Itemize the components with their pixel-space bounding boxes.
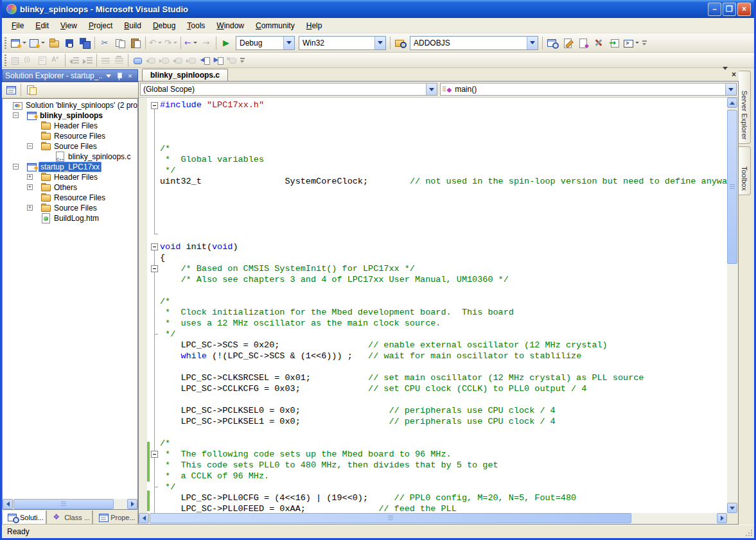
dock-tab-class[interactable]: Class ... <box>46 510 92 525</box>
solution-platforms-combo[interactable]: Win32 <box>299 36 386 50</box>
solution-configurations-combo[interactable]: Debug <box>236 36 295 50</box>
active-files-dropdown-icon[interactable] <box>723 70 728 79</box>
tree-item-solution-blinky-spinloops-2-projects[interactable]: Solution 'blinky_spinloops' (2 projects) <box>3 100 137 110</box>
editor-hscrollbar[interactable] <box>139 513 727 524</box>
maximize-button[interactable]: ❐ <box>723 3 736 16</box>
scroll-down-icon[interactable] <box>727 503 737 513</box>
menu-help[interactable]: Help <box>301 19 328 32</box>
chevron-down-icon[interactable] <box>426 83 437 95</box>
window-position-icon[interactable] <box>103 71 113 81</box>
editor-vscrollbar[interactable] <box>727 98 738 513</box>
tree-item-blinky-spinloops-c[interactable]: blinky_spinloops.c <box>3 152 137 162</box>
chevron-down-icon[interactable] <box>635 42 639 44</box>
tree-item-source-files[interactable]: +Source Files <box>3 203 137 213</box>
tree-item-blinky-spinloops[interactable]: −blinky_spinloops <box>3 110 137 121</box>
auto-hide-pin-icon[interactable] <box>114 71 124 81</box>
tree-item-source-files[interactable]: −Source Files <box>3 141 137 152</box>
tree-item-resource-files[interactable]: Resource Files <box>3 131 137 141</box>
scroll-left-icon[interactable] <box>139 513 149 523</box>
collapse-region-icon[interactable] <box>151 102 158 109</box>
command-window-icon[interactable] <box>622 35 640 51</box>
menu-view[interactable]: View <box>55 19 83 32</box>
paste-icon[interactable] <box>128 35 143 51</box>
cut-icon[interactable]: ✂ <box>97 35 112 51</box>
menu-community[interactable]: Community <box>250 19 301 32</box>
find-in-files-icon[interactable] <box>392 35 408 51</box>
tree-item-header-files[interactable]: Header Files <box>3 121 137 131</box>
expand-icon[interactable]: + <box>27 174 33 180</box>
object-browser-icon[interactable] <box>576 35 591 51</box>
chevron-down-icon[interactable] <box>41 42 45 44</box>
collapse-icon[interactable]: − <box>13 164 19 170</box>
menu-edit[interactable]: Edit <box>30 19 55 32</box>
autohide-tab-server-explorer[interactable]: Server Explorer <box>739 71 751 144</box>
members-combo[interactable]: ◆ main() <box>440 83 737 96</box>
types-combo[interactable]: (Global Scope) <box>140 83 437 96</box>
tree-item-others[interactable]: +Others <box>3 182 137 193</box>
solution-explorer-icon[interactable] <box>545 35 560 51</box>
scroll-left-icon[interactable] <box>3 499 13 509</box>
menu-debug[interactable]: Debug <box>147 19 181 32</box>
solution-tree-hscrollbar[interactable] <box>3 499 137 509</box>
toolbar-grip[interactable] <box>4 37 6 49</box>
resize-grip[interactable] <box>744 528 753 537</box>
collapse-icon[interactable]: − <box>13 112 19 118</box>
menu-file[interactable]: File <box>6 19 30 32</box>
toggle-bookmark-icon[interactable] <box>130 53 144 67</box>
toolbox-icon[interactable] <box>591 35 606 51</box>
autohide-tab-toolbox[interactable]: Toolbox <box>739 146 751 195</box>
tree-item-buildlog-htm[interactable]: BuildLog.htm <box>3 213 137 223</box>
collapse-region-icon[interactable] <box>151 265 158 272</box>
collapse-region-icon[interactable] <box>151 451 158 458</box>
menu-window[interactable]: Window <box>211 19 250 32</box>
toolbar-options-icon[interactable] <box>238 53 246 67</box>
menu-tools[interactable]: Tools <box>181 19 211 32</box>
open-file-icon[interactable] <box>46 35 62 51</box>
chevron-down-icon[interactable] <box>725 83 736 95</box>
document-tab[interactable]: blinky_spinloops.c <box>142 69 228 81</box>
close-document-icon[interactable]: × <box>732 70 736 79</box>
close-pane-icon[interactable]: × <box>125 71 135 81</box>
dock-tab-soluti[interactable]: Soluti... <box>2 510 46 525</box>
save-all-icon[interactable] <box>77 35 92 51</box>
chevron-down-icon[interactable] <box>527 37 538 49</box>
code-editor[interactable]: #include "LPC17xx.h"/* * Global variable… <box>139 98 727 513</box>
scroll-thumb[interactable] <box>150 513 631 523</box>
menu-build[interactable]: Build <box>118 19 147 32</box>
chevron-down-icon[interactable] <box>283 37 294 49</box>
menu-project[interactable]: Project <box>83 19 118 32</box>
tree-item-resource-files[interactable]: Resource Files <box>3 193 137 203</box>
tree-item-header-files[interactable]: +Header Files <box>3 172 137 182</box>
add-new-item-icon[interactable] <box>28 35 46 51</box>
dock-tab-prope[interactable]: Prope... <box>92 510 138 525</box>
scroll-right-icon[interactable] <box>717 513 727 523</box>
toolbar-options-icon[interactable] <box>640 36 648 50</box>
previous-bookmark-in-document-icon[interactable] <box>198 53 211 67</box>
close-button[interactable]: × <box>737 3 751 16</box>
expand-icon[interactable]: + <box>27 184 33 190</box>
scroll-thumb[interactable] <box>727 110 737 264</box>
properties-window-icon[interactable] <box>560 35 576 51</box>
save-icon[interactable] <box>62 35 77 51</box>
chevron-down-icon[interactable] <box>22 42 26 44</box>
navigate-backward-icon[interactable]: ← <box>183 35 198 51</box>
find-combo[interactable]: ADDOBJS <box>410 36 538 50</box>
new-project-icon[interactable] <box>9 35 28 51</box>
minimize-button[interactable]: – <box>708 3 721 16</box>
properties-icon[interactable] <box>3 82 19 98</box>
expand-icon[interactable]: + <box>27 205 33 211</box>
scroll-thumb[interactable] <box>13 499 114 509</box>
toolbar-grip[interactable] <box>4 55 6 66</box>
show-all-files-icon[interactable] <box>23 82 39 98</box>
copy-icon[interactable] <box>112 35 128 51</box>
collapse-icon[interactable]: − <box>27 143 33 149</box>
scroll-right-icon[interactable] <box>127 499 137 509</box>
start-page-icon[interactable] <box>606 35 622 51</box>
scroll-up-icon[interactable] <box>727 98 737 108</box>
chevron-down-icon[interactable] <box>173 42 177 44</box>
tree-item-startup-lpc17xx[interactable]: −startup_LPC17xx <box>3 162 137 172</box>
start-debugging-icon[interactable]: ▶ <box>218 35 234 51</box>
collapse-region-icon[interactable] <box>151 243 158 250</box>
chevron-down-icon[interactable] <box>374 37 385 49</box>
chevron-down-icon[interactable] <box>193 42 197 44</box>
